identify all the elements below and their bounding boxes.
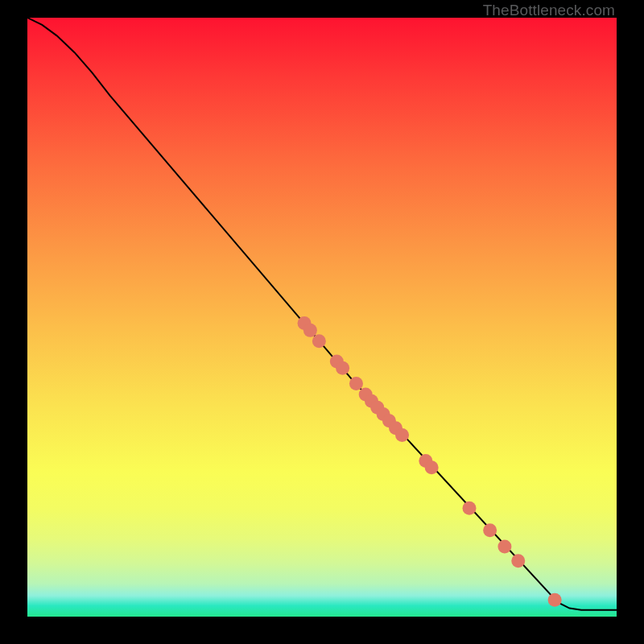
bottleneck-curve-plot <box>27 18 617 617</box>
chart-frame: TheBottleneck.com <box>0 0 644 644</box>
watermark-label: TheBottleneck.com <box>483 2 615 19</box>
data-marker <box>349 377 363 390</box>
data-marker <box>425 460 439 474</box>
data-marker <box>497 539 511 553</box>
data-marker <box>548 593 562 607</box>
data-marker <box>303 324 317 337</box>
plot-background <box>27 18 617 617</box>
data-marker <box>312 334 326 348</box>
data-marker <box>336 361 349 375</box>
data-marker <box>395 428 409 442</box>
data-marker <box>483 523 497 537</box>
data-marker <box>463 502 477 515</box>
data-marker <box>511 554 525 568</box>
